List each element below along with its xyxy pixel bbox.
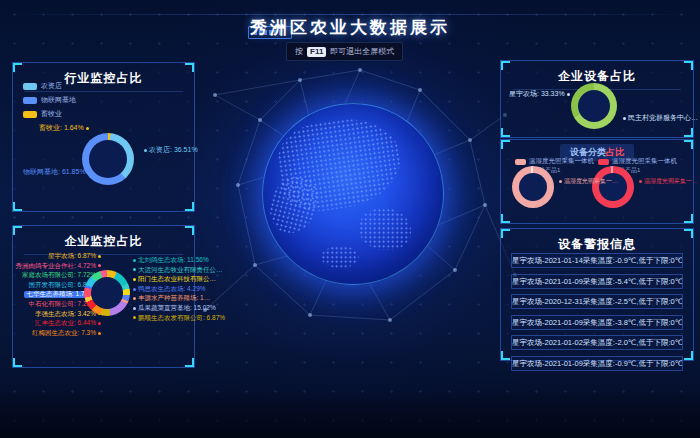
alarm-row: 星宇农场-2020-12-31采集温度:-2.5℃,低于下限:0℃	[511, 294, 683, 309]
legend-item[interactable]: 农资店	[23, 81, 76, 91]
panel-industry-monitor: 行业监控占比 农资店 物联网基地 畜牧业 畜牧业: 1.64% 农资店: 36.…	[12, 62, 195, 212]
chart-callout: 丰源水产种苗养殖场: 1…	[131, 295, 210, 302]
chart-callout: 汇丰生态农业: 6.44%	[35, 320, 103, 327]
legend-item[interactable]: 物联网基地	[23, 95, 76, 105]
hint-suffix: 即可退出全屏模式	[330, 46, 394, 57]
chart-callout: 北刘鸽生态农场: 11.56%	[131, 257, 209, 264]
legend-item[interactable]: 温湿度光照采集一体机	[515, 157, 594, 166]
leader-dot	[133, 288, 136, 291]
alarm-row: 星宇农场-2021-01-09采集温度:-0.9℃,低于下限:0℃	[511, 356, 683, 371]
enterprise-labels-right: 北刘鸽生态农场: 11.56% 大运河生态牧业有限责任公… 阳门生态农业科技有限…	[131, 257, 193, 321]
page-title: 秀洲区农业大数据展示	[0, 16, 700, 39]
panel-device-alarms: 设备警报信息 星宇农场-2021-01-14采集温度:-0.9℃,低于下限:0℃…	[500, 228, 694, 361]
leader-dot	[144, 149, 147, 152]
chart-callout: 瓜果蔬菜直营基地: 15.02%	[131, 305, 216, 312]
legend-label: 温湿度光照采集一体机	[612, 157, 677, 166]
chart-callout: 温湿度光照采集一…	[557, 177, 618, 186]
legend-item[interactable]: 温湿度光照采集一体机	[598, 157, 677, 166]
panel-enterprise-monitor: 企业监控占比 星宇农场: 6.87% 秀洲肉鸽专业合作社: 4.72% 家庭农场…	[12, 225, 195, 368]
legend-label: 物联网基地	[41, 95, 76, 105]
device-class-donut-left[interactable]	[512, 166, 554, 208]
legend-label: 畜牧业	[41, 109, 62, 119]
leader-dot	[133, 307, 136, 310]
legend-label: 农资店	[41, 81, 62, 91]
chart-callout: 鹏顺生态农发有限公司: 6.87%	[131, 315, 225, 322]
chart-callout: 星宇农场: 6.87%	[48, 253, 103, 260]
leader-dot	[639, 180, 642, 183]
chart-callout: 农资店: 36.51%	[142, 145, 198, 155]
dashboard-screen: 秀洲区农业大数据展示 按 F11 即可退出全屏模式 行业监控占比 农资店 物联网…	[0, 0, 700, 438]
panel-title: 企业监控占比	[24, 226, 183, 255]
chart-callout: 温湿度光照采集一…	[637, 177, 698, 186]
leader-dot	[623, 117, 626, 120]
chart-callout: 红梅园生态农业: 7.3%	[32, 330, 103, 337]
globe-dotted-continent	[273, 112, 406, 216]
industry-donut-chart[interactable]	[82, 133, 134, 185]
legend-label: 温湿度光照采集一体机	[529, 157, 594, 166]
chart-callout: 物联网基地: 61.85%	[23, 167, 93, 177]
hint-prefix: 按	[295, 46, 303, 57]
bottom-vignette	[0, 390, 700, 438]
fullscreen-hint: 按 F11 即可退出全屏模式	[286, 42, 403, 61]
leader-dot	[133, 268, 136, 271]
leader-dot	[133, 297, 136, 300]
enterprise-device-donut-chart[interactable]	[571, 83, 617, 129]
leader-dot	[133, 259, 136, 262]
enterprise-monitor-donut-chart[interactable]	[84, 270, 130, 316]
leader-dot	[98, 332, 101, 335]
leader-dot	[98, 264, 101, 267]
alarm-row: 星宇农场-2021-01-09采集温度:-3.8℃,低于下限:0℃	[511, 315, 683, 330]
globe-dotted-continent	[359, 208, 411, 250]
chart-callout: 秀洲肉鸽专业合作社: 4.72%	[15, 263, 103, 270]
device-class-donut-right[interactable]	[592, 166, 634, 208]
legend-item[interactable]: 畜牧业	[23, 109, 76, 119]
leader-dot	[133, 278, 136, 281]
legend-swatch	[598, 159, 609, 165]
alarm-row: 星宇农场-2021-01-02采集温度:-2.0℃,低于下限:0℃	[511, 335, 683, 350]
globe-dotted-continent	[265, 171, 324, 238]
panel-device-classification: 设备分类占比 温湿度光照采集一体机 温湿度光照采集一体机 一体机产品1 一体机产…	[500, 139, 694, 224]
legend-swatch	[23, 111, 37, 118]
leader-dot	[559, 180, 562, 183]
chart-callout: 阳门生态农业科技有限公…	[131, 276, 216, 283]
chart-callout: 星宇农场: 33.33%	[509, 89, 572, 99]
f11-key-badge: F11	[307, 47, 326, 57]
leader-dot	[98, 322, 101, 325]
chart-callout: 民主村党群服务中心…	[621, 113, 698, 123]
panel-enterprise-device: 企业设备占比 星宇农场: 33.33% 民主村党群服务中心…	[500, 60, 694, 138]
leader-dot	[86, 127, 89, 130]
leader-dot	[567, 93, 570, 96]
leader-dot	[98, 255, 101, 258]
alarm-row: 星宇农场-2021-01-14采集温度:-0.9℃,低于下限:0℃	[511, 253, 683, 268]
leader-dot	[133, 316, 136, 319]
legend-swatch	[23, 97, 37, 104]
globe-dotted-continent	[321, 246, 359, 268]
leader-dot	[88, 171, 91, 174]
alarm-row: 星宇农场-2021-01-09采集温度:-5.4℃,低于下限:0℃	[511, 274, 683, 289]
legend-swatch	[515, 159, 526, 165]
chart-callout: 鸭思农生态农场: 4.29%	[131, 286, 206, 293]
chart-callout: 大运河生态牧业有限责任公…	[131, 267, 223, 274]
alarm-list: 星宇农场-2021-01-14采集温度:-0.9℃,低于下限:0℃ 星宇农场-2…	[511, 253, 683, 371]
chart-callout: 畜牧业: 1.64%	[39, 123, 91, 133]
header-divider-line	[0, 14, 700, 15]
industry-legend: 农资店 物联网基地 畜牧业	[23, 81, 76, 119]
legend-swatch	[23, 83, 37, 90]
dotted-globe	[262, 103, 444, 285]
